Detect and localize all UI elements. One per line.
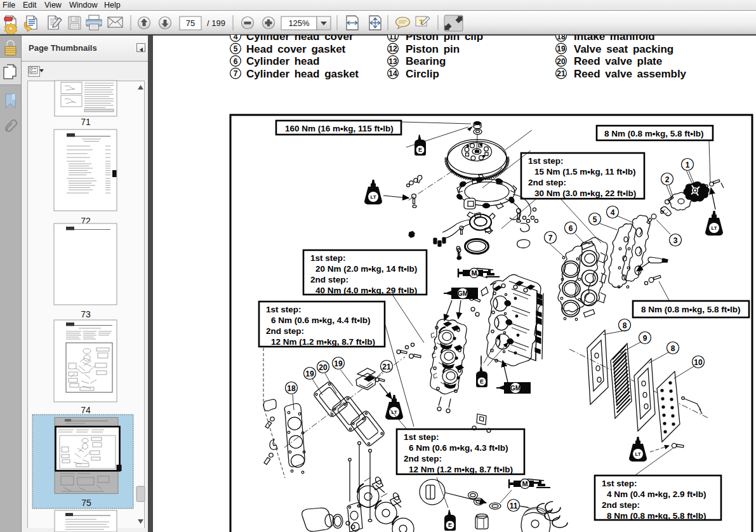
- svg-text:7: 7: [548, 234, 553, 243]
- svg-text:Reed valve assembly: Reed valve assembly: [574, 68, 687, 80]
- svg-text:20 Nm (2.0 m•kg, 14 ft•lb): 20 Nm (2.0 m•kg, 14 ft•lb): [315, 264, 417, 274]
- svg-text:19: 19: [305, 369, 314, 378]
- svg-text:75: 75: [186, 18, 195, 28]
- svg-text:19: 19: [557, 44, 566, 53]
- svg-text:20: 20: [319, 363, 328, 372]
- svg-text:Head cover gasket: Head cover gasket: [246, 43, 346, 55]
- svg-text:Intake manifold: Intake manifold: [574, 35, 655, 43]
- svg-text:Valve seat packing: Valve seat packing: [574, 43, 673, 55]
- svg-text:2nd step:: 2nd step:: [404, 454, 442, 463]
- svg-text:10: 10: [694, 358, 703, 367]
- svg-text:Piston pin: Piston pin: [406, 43, 460, 55]
- svg-text:12: 12: [388, 44, 397, 53]
- svg-text:Piston pin clip: Piston pin clip: [406, 35, 483, 43]
- svg-text:9: 9: [643, 334, 647, 343]
- svg-text:2: 2: [665, 175, 670, 184]
- svg-text:71: 71: [81, 117, 91, 127]
- svg-text:8 Nm (0.8 m•kg, 5.8 ft•lb): 8 Nm (0.8 m•kg, 5.8 ft•lb): [641, 305, 741, 314]
- svg-text:11: 11: [389, 35, 397, 41]
- svg-text:2nd step:: 2nd step:: [310, 275, 348, 284]
- svg-text:12 Nm (1.2 m•kg, 8.7 ft•lb): 12 Nm (1.2 m•kg, 8.7 ft•lb): [409, 465, 513, 474]
- svg-text:8: 8: [671, 344, 675, 353]
- svg-text:160 Nm (16 m•kg, 115 ft•lb): 160 Nm (16 m•kg, 115 ft•lb): [285, 124, 394, 133]
- svg-text:1st step:: 1st step:: [528, 156, 564, 166]
- svg-text:18: 18: [287, 384, 296, 393]
- svg-text:5: 5: [593, 215, 597, 224]
- svg-text:125%: 125%: [288, 18, 310, 28]
- svg-text:/ 199: / 199: [207, 18, 225, 28]
- svg-text:Cylinder head cover: Cylinder head cover: [246, 35, 354, 43]
- svg-text:8 Nm (0.8 m•kg, 5.8 ft•lb): 8 Nm (0.8 m•kg, 5.8 ft•lb): [604, 129, 704, 138]
- svg-text:30 Nm (3.0 m•kg, 22 ft•lb): 30 Nm (3.0 m•kg, 22 ft•lb): [534, 189, 636, 198]
- svg-text:12 Nm (1.2 m•kg, 8.7 ft•lb): 12 Nm (1.2 m•kg, 8.7 ft•lb): [271, 337, 375, 347]
- svg-text:74: 74: [81, 405, 91, 415]
- svg-text:20: 20: [557, 57, 566, 66]
- svg-text:6: 6: [234, 57, 238, 66]
- svg-text:5: 5: [234, 44, 238, 53]
- svg-text:13: 13: [388, 57, 397, 66]
- svg-text:6 Nm (0.6 m•kg, 4.3 ft•lb): 6 Nm (0.6 m•kg, 4.3 ft•lb): [409, 443, 508, 453]
- svg-text:4: 4: [234, 35, 238, 41]
- svg-text:2nd step:: 2nd step:: [266, 326, 304, 336]
- svg-text:8: 8: [623, 321, 627, 330]
- svg-text:21: 21: [557, 69, 566, 78]
- svg-text:75: 75: [81, 498, 91, 508]
- svg-text:4 Nm (0.4 m•kg, 2.9 ft•lb): 4 Nm (0.4 m•kg, 2.9 ft•lb): [607, 489, 706, 499]
- svg-text:Bearing: Bearing: [406, 55, 446, 67]
- svg-text:15 Nm (1.5 m•kg, 11 ft•lb): 15 Nm (1.5 m•kg, 11 ft•lb): [534, 167, 636, 176]
- svg-text:6: 6: [569, 224, 573, 233]
- svg-text:11: 11: [510, 502, 518, 510]
- svg-text:19: 19: [334, 359, 343, 368]
- svg-text:14: 14: [388, 69, 397, 78]
- svg-text:4: 4: [611, 208, 615, 217]
- svg-text:Cylinder head gasket: Cylinder head gasket: [246, 68, 359, 80]
- svg-text:18: 18: [557, 35, 566, 41]
- svg-text:2nd step:: 2nd step:: [528, 178, 566, 187]
- svg-text:40 Nm (4.0 m•kg, 29 ft•lb): 40 Nm (4.0 m•kg, 29 ft•lb): [315, 286, 417, 295]
- svg-text:21: 21: [382, 362, 391, 371]
- svg-text:1st step:: 1st step:: [310, 253, 346, 263]
- svg-text:1st step:: 1st step:: [404, 432, 439, 442]
- svg-text:Cylinder head: Cylinder head: [246, 55, 319, 67]
- svg-text:Circlip: Circlip: [406, 68, 439, 80]
- svg-text:Reed valve plate: Reed valve plate: [574, 55, 662, 67]
- svg-text:1st step:: 1st step:: [602, 479, 637, 488]
- svg-text:6 Nm (0.6 m•kg, 4.4 ft•lb): 6 Nm (0.6 m•kg, 4.4 ft•lb): [271, 316, 371, 325]
- svg-text:7: 7: [234, 69, 238, 78]
- svg-text:1st step:: 1st step:: [266, 305, 302, 314]
- svg-text:1: 1: [686, 161, 690, 170]
- svg-text:2nd step:: 2nd step:: [602, 500, 640, 510]
- svg-text:8 Nm (0.8 m•kg, 5.8 ft•lb): 8 Nm (0.8 m•kg, 5.8 ft•lb): [607, 511, 706, 521]
- svg-text:73: 73: [81, 309, 91, 319]
- svg-text:3: 3: [673, 236, 678, 245]
